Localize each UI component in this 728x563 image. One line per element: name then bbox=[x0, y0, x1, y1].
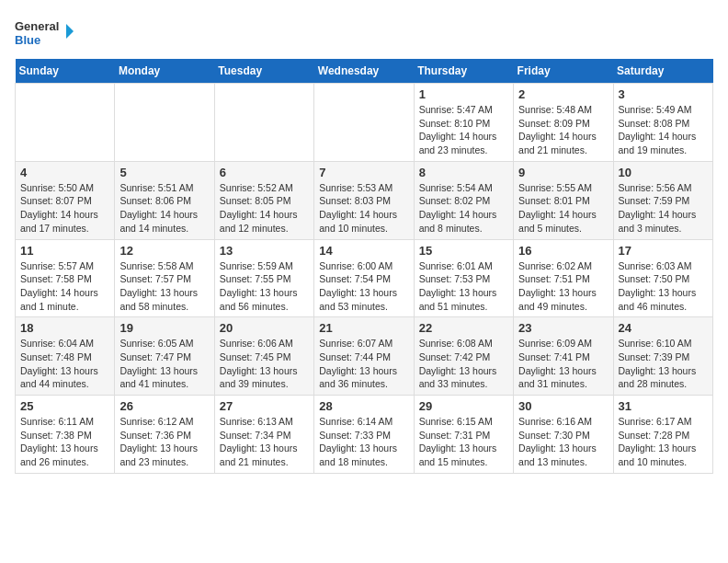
day-number: 18 bbox=[20, 321, 109, 335]
day-header-friday: Friday bbox=[514, 59, 613, 84]
day-info: Sunrise: 6:00 AMSunset: 7:54 PMDaylight:… bbox=[319, 259, 408, 314]
day-number: 6 bbox=[220, 166, 309, 179]
calendar-cell: 13Sunrise: 5:59 AMSunset: 7:55 PMDayligh… bbox=[214, 239, 313, 317]
calendar-cell: 16Sunrise: 6:02 AMSunset: 7:51 PMDayligh… bbox=[514, 239, 613, 317]
day-info: Sunrise: 6:10 AMSunset: 7:39 PMDaylight:… bbox=[619, 337, 708, 391]
week-row-4: 18Sunrise: 6:04 AMSunset: 7:48 PMDayligh… bbox=[16, 317, 713, 396]
day-number: 1 bbox=[419, 87, 508, 101]
day-number: 30 bbox=[518, 399, 608, 413]
day-number: 23 bbox=[518, 321, 608, 335]
calendar-cell: 14Sunrise: 6:00 AMSunset: 7:54 PMDayligh… bbox=[314, 239, 414, 317]
calendar-cell: 11Sunrise: 5:57 AMSunset: 7:58 PMDayligh… bbox=[16, 239, 115, 317]
calendar-cell: 31Sunrise: 6:17 AMSunset: 7:28 PMDayligh… bbox=[613, 396, 712, 474]
day-number: 8 bbox=[419, 166, 508, 179]
calendar-cell: 21Sunrise: 6:07 AMSunset: 7:44 PMDayligh… bbox=[314, 317, 414, 396]
header: General Blue bbox=[15, 15, 713, 52]
day-info: Sunrise: 5:56 AMSunset: 7:59 PMDaylight:… bbox=[619, 181, 708, 236]
day-number: 7 bbox=[319, 166, 408, 179]
day-info: Sunrise: 5:54 AMSunset: 8:02 PMDaylight:… bbox=[419, 181, 508, 236]
day-info: Sunrise: 5:52 AMSunset: 8:05 PMDaylight:… bbox=[220, 181, 309, 236]
calendar-cell bbox=[214, 84, 313, 162]
day-info: Sunrise: 5:50 AMSunset: 8:07 PMDaylight:… bbox=[20, 181, 109, 236]
day-number: 2 bbox=[518, 87, 608, 101]
calendar-cell: 15Sunrise: 6:01 AMSunset: 7:53 PMDayligh… bbox=[414, 239, 513, 317]
day-info: Sunrise: 6:13 AMSunset: 7:34 PMDaylight:… bbox=[220, 415, 309, 469]
calendar-cell: 23Sunrise: 6:09 AMSunset: 7:41 PMDayligh… bbox=[514, 317, 613, 396]
day-info: Sunrise: 6:11 AMSunset: 7:38 PMDaylight:… bbox=[20, 415, 109, 469]
calendar-cell: 7Sunrise: 5:53 AMSunset: 8:03 PMDaylight… bbox=[314, 161, 414, 239]
calendar-cell: 22Sunrise: 6:08 AMSunset: 7:42 PMDayligh… bbox=[414, 317, 513, 396]
week-row-1: 1Sunrise: 5:47 AMSunset: 8:10 PMDaylight… bbox=[16, 84, 713, 162]
day-number: 25 bbox=[20, 399, 109, 413]
day-number: 15 bbox=[419, 244, 508, 258]
day-number: 31 bbox=[619, 399, 708, 413]
day-number: 24 bbox=[619, 321, 708, 335]
calendar-cell: 12Sunrise: 5:58 AMSunset: 7:57 PMDayligh… bbox=[115, 239, 214, 317]
day-number: 28 bbox=[319, 399, 408, 413]
day-number: 17 bbox=[619, 244, 708, 258]
svg-marker-2 bbox=[66, 24, 74, 39]
calendar-cell: 25Sunrise: 6:11 AMSunset: 7:38 PMDayligh… bbox=[16, 396, 115, 474]
day-info: Sunrise: 6:08 AMSunset: 7:42 PMDaylight:… bbox=[419, 337, 508, 391]
day-number: 13 bbox=[220, 244, 309, 258]
calendar-cell: 29Sunrise: 6:15 AMSunset: 7:31 PMDayligh… bbox=[414, 396, 513, 474]
day-info: Sunrise: 5:59 AMSunset: 7:55 PMDaylight:… bbox=[220, 259, 309, 314]
day-info: Sunrise: 6:07 AMSunset: 7:44 PMDaylight:… bbox=[319, 337, 408, 391]
calendar-cell: 18Sunrise: 6:04 AMSunset: 7:48 PMDayligh… bbox=[16, 317, 115, 396]
day-info: Sunrise: 6:17 AMSunset: 7:28 PMDaylight:… bbox=[619, 415, 708, 469]
calendar-cell: 5Sunrise: 5:51 AMSunset: 8:06 PMDaylight… bbox=[115, 161, 214, 239]
day-number: 27 bbox=[220, 399, 309, 413]
day-number: 26 bbox=[119, 399, 209, 413]
logo-svg: General Blue bbox=[15, 15, 79, 52]
calendar-cell bbox=[314, 84, 414, 162]
day-number: 20 bbox=[220, 321, 309, 335]
calendar-cell: 4Sunrise: 5:50 AMSunset: 8:07 PMDaylight… bbox=[16, 161, 115, 239]
day-info: Sunrise: 5:58 AMSunset: 7:57 PMDaylight:… bbox=[119, 259, 209, 314]
day-number: 16 bbox=[518, 244, 608, 258]
calendar-cell: 3Sunrise: 5:49 AMSunset: 8:08 PMDaylight… bbox=[613, 84, 712, 162]
day-info: Sunrise: 6:04 AMSunset: 7:48 PMDaylight:… bbox=[20, 337, 109, 391]
day-info: Sunrise: 5:49 AMSunset: 8:08 PMDaylight:… bbox=[619, 103, 708, 157]
day-number: 12 bbox=[119, 244, 209, 258]
day-header-sunday: Sunday bbox=[16, 59, 115, 84]
svg-text:Blue: Blue bbox=[15, 33, 40, 47]
header-row: SundayMondayTuesdayWednesdayThursdayFrid… bbox=[16, 59, 713, 84]
calendar-cell: 24Sunrise: 6:10 AMSunset: 7:39 PMDayligh… bbox=[613, 317, 712, 396]
day-header-wednesday: Wednesday bbox=[314, 59, 414, 84]
day-info: Sunrise: 6:01 AMSunset: 7:53 PMDaylight:… bbox=[419, 259, 508, 314]
day-info: Sunrise: 6:14 AMSunset: 7:33 PMDaylight:… bbox=[319, 415, 408, 469]
day-number: 3 bbox=[619, 87, 708, 101]
calendar-cell: 28Sunrise: 6:14 AMSunset: 7:33 PMDayligh… bbox=[314, 396, 414, 474]
day-number: 4 bbox=[20, 166, 109, 179]
svg-text:General: General bbox=[15, 19, 59, 33]
day-number: 22 bbox=[419, 321, 508, 335]
logo: General Blue bbox=[15, 15, 79, 52]
day-header-monday: Monday bbox=[115, 59, 214, 84]
calendar-cell: 10Sunrise: 5:56 AMSunset: 7:59 PMDayligh… bbox=[613, 161, 712, 239]
day-info: Sunrise: 5:51 AMSunset: 8:06 PMDaylight:… bbox=[119, 181, 209, 236]
day-info: Sunrise: 5:55 AMSunset: 8:01 PMDaylight:… bbox=[518, 181, 608, 236]
day-info: Sunrise: 6:05 AMSunset: 7:47 PMDaylight:… bbox=[119, 337, 209, 391]
day-number: 21 bbox=[319, 321, 408, 335]
week-row-3: 11Sunrise: 5:57 AMSunset: 7:58 PMDayligh… bbox=[16, 239, 713, 317]
calendar-cell: 1Sunrise: 5:47 AMSunset: 8:10 PMDaylight… bbox=[414, 84, 513, 162]
day-info: Sunrise: 6:12 AMSunset: 7:36 PMDaylight:… bbox=[119, 415, 209, 469]
day-info: Sunrise: 6:06 AMSunset: 7:45 PMDaylight:… bbox=[220, 337, 309, 391]
day-number: 29 bbox=[419, 399, 508, 413]
week-row-5: 25Sunrise: 6:11 AMSunset: 7:38 PMDayligh… bbox=[16, 396, 713, 474]
day-info: Sunrise: 6:03 AMSunset: 7:50 PMDaylight:… bbox=[619, 259, 708, 314]
calendar-cell: 2Sunrise: 5:48 AMSunset: 8:09 PMDaylight… bbox=[514, 84, 613, 162]
calendar-cell: 26Sunrise: 6:12 AMSunset: 7:36 PMDayligh… bbox=[115, 396, 214, 474]
calendar-cell: 30Sunrise: 6:16 AMSunset: 7:30 PMDayligh… bbox=[514, 396, 613, 474]
day-header-tuesday: Tuesday bbox=[214, 59, 313, 84]
day-number: 5 bbox=[119, 166, 209, 179]
day-header-saturday: Saturday bbox=[613, 59, 712, 84]
calendar-cell bbox=[16, 84, 115, 162]
calendar-cell: 8Sunrise: 5:54 AMSunset: 8:02 PMDaylight… bbox=[414, 161, 513, 239]
calendar-table: SundayMondayTuesdayWednesdayThursdayFrid… bbox=[15, 59, 713, 474]
calendar-cell: 6Sunrise: 5:52 AMSunset: 8:05 PMDaylight… bbox=[214, 161, 313, 239]
calendar-cell: 9Sunrise: 5:55 AMSunset: 8:01 PMDaylight… bbox=[514, 161, 613, 239]
day-info: Sunrise: 5:48 AMSunset: 8:09 PMDaylight:… bbox=[518, 103, 608, 157]
calendar-cell bbox=[115, 84, 214, 162]
day-number: 9 bbox=[518, 166, 608, 179]
